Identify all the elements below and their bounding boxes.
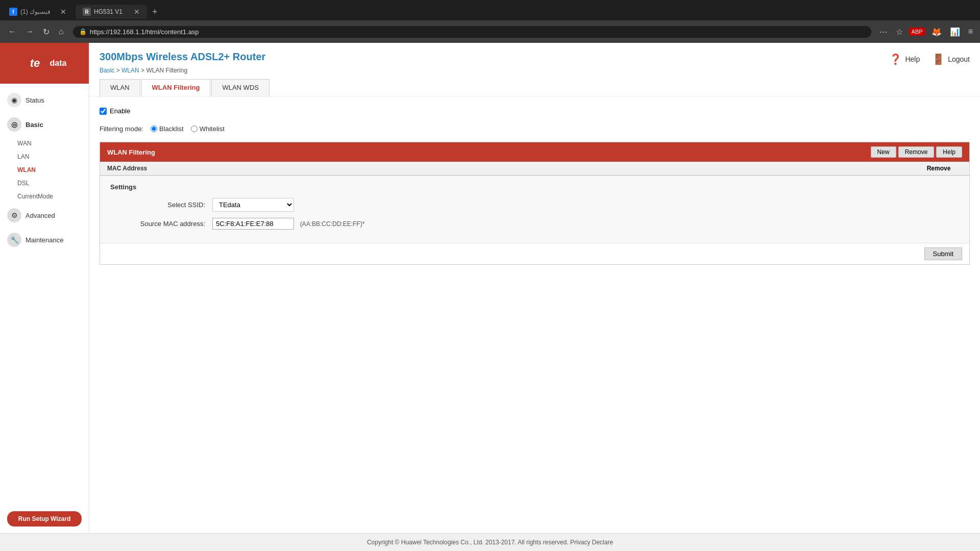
blacklist-label[interactable]: Blacklist (151, 125, 184, 133)
tab-wlan-wds[interactable]: WLAN WDS (211, 79, 270, 96)
data-text: data (50, 59, 67, 68)
new-tab-button[interactable]: + (147, 7, 163, 17)
run-setup-wizard-button[interactable]: Run Setup Wizard (7, 511, 82, 527)
sidebar-item-advanced-label: Advanced (26, 212, 55, 219)
breadcrumb-sep1: > (116, 67, 121, 74)
bookmark-icon[interactable]: ☆ (894, 26, 905, 38)
sidebar-logo: te data (0, 43, 89, 84)
enable-checkbox[interactable] (100, 108, 107, 115)
toolbar-icons: ⋯ ☆ ABP 🦊 📊 ≡ (877, 26, 975, 38)
lock-icon: 🔒 (79, 28, 87, 35)
router-title: 300Mbps Wireless ADSL2+ Router (100, 51, 265, 63)
tab-wlan-filtering[interactable]: WLAN Filtering (141, 79, 211, 96)
reload-button[interactable]: ↻ (40, 25, 53, 39)
table-header: WLAN Filtering New Remove Help (100, 142, 969, 162)
lan-label: LAN (17, 153, 29, 160)
tabs-bar: WLAN WLAN Filtering WLAN WDS (100, 79, 970, 96)
help-icon: ❓ (889, 53, 902, 65)
ssid-select[interactable]: TEdata (212, 198, 294, 212)
submit-button[interactable]: Submit (924, 247, 962, 260)
browser-chrome: f (1) فيسبوك ✕ R HG531 V1 ✕ + ← → ↻ ⌂ 🔒 … (0, 0, 980, 43)
whitelist-text: Whitelist (200, 125, 225, 133)
tab-facebook-close[interactable]: ✕ (56, 8, 66, 16)
maintenance-icon: 🔧 (7, 233, 21, 247)
footer-text: Copyright © Huawei Technologies Co., Ltd… (367, 539, 613, 546)
sidebar-subitem-wlan[interactable]: WLAN (0, 163, 89, 177)
breadcrumb-wlan-filtering: WLAN Filtering (146, 67, 187, 74)
tab-facebook-label: (1) فيسبوك (20, 8, 51, 15)
forward-button[interactable]: → (22, 25, 37, 38)
wan-label: WAN (17, 140, 32, 147)
home-button[interactable]: ⌂ (56, 25, 67, 38)
breadcrumb: Basic > WLAN > WLAN Filtering (100, 67, 970, 74)
sidebar-subitem-lan[interactable]: LAN (0, 150, 89, 163)
dsl-label: DSL (17, 180, 29, 187)
mac-input-wrap: (AA:BB:CC:DD:EE:FF)* (212, 218, 364, 230)
breadcrumb-basic[interactable]: Basic (100, 67, 114, 74)
col-remove-header: Remove (908, 162, 969, 175)
sidebar-item-basic[interactable]: ◎ Basic (0, 112, 89, 137)
mac-hint: (AA:BB:CC:DD:EE:FF)* (300, 220, 365, 228)
firefox-icon[interactable]: 🦊 (929, 26, 944, 38)
table-col-headers: MAC Address Remove (100, 162, 969, 176)
tab-router[interactable]: R HG531 V1 ✕ (76, 5, 147, 19)
address-bar[interactable] (90, 28, 865, 36)
blacklist-text: Blacklist (159, 125, 184, 133)
tab-facebook[interactable]: f (1) فيسبوك ✕ (2, 5, 74, 19)
main-layout: te data ◉ Status ◎ Basic WAN LAN (0, 43, 980, 551)
blacklist-radio[interactable] (151, 126, 157, 132)
sidebar-item-maintenance[interactable]: 🔧 Maintenance (0, 228, 89, 252)
filter-mode-row: Filtering mode: Blacklist Whitelist (100, 125, 970, 133)
advanced-icon: ⚙ (7, 208, 21, 222)
table-title: WLAN Filtering (107, 148, 155, 156)
breadcrumb-wlan[interactable]: WLAN (121, 67, 139, 74)
submit-row: Submit (100, 243, 969, 264)
breadcrumb-sep2: > (141, 67, 146, 74)
enable-row: Enable (100, 107, 970, 115)
help-button[interactable]: ❓ Help (889, 53, 920, 65)
content-body: Enable Filtering mode: Blacklist Whiteli… (89, 97, 980, 551)
sidebar-subitem-dsl[interactable]: DSL (0, 177, 89, 190)
stats-icon[interactable]: 📊 (948, 26, 962, 38)
sidebar-item-advanced[interactable]: ⚙ Advanced (0, 203, 89, 228)
logout-button[interactable]: 🚪 Logout (932, 53, 970, 65)
sidebar-item-status[interactable]: ◉ Status (0, 88, 89, 112)
abp-icon[interactable]: ABP (909, 28, 925, 36)
menu-icon[interactable]: ≡ (966, 26, 975, 37)
enable-label[interactable]: Enable (110, 107, 130, 115)
logo-te: te data (22, 51, 67, 76)
back-button[interactable]: ← (5, 25, 19, 38)
filtering-mode-label: Filtering mode: (100, 125, 143, 133)
settings-section: Settings Select SSID: TEdata Source MAC … (100, 176, 969, 243)
content-header: 300Mbps Wireless ADSL2+ Router ❓ Help 🚪 … (89, 43, 980, 97)
browser-toolbar: ← → ↻ ⌂ 🔒 ⋯ ☆ ABP 🦊 📊 ≡ (0, 20, 980, 43)
tab-router-close[interactable]: ✕ (130, 8, 140, 16)
tab-router-label: HG531 V1 (94, 8, 122, 15)
new-button[interactable]: New (871, 146, 896, 158)
currentmode-label: CurrentMode (17, 193, 53, 200)
mac-input[interactable] (212, 218, 294, 230)
sidebar: te data ◉ Status ◎ Basic WAN LAN (0, 43, 89, 551)
help-table-button[interactable]: Help (936, 146, 962, 158)
browser-tabs: f (1) فيسبوك ✕ R HG531 V1 ✕ + (0, 0, 980, 20)
sidebar-subitem-currentmode[interactable]: CurrentMode (0, 190, 89, 203)
remove-button[interactable]: Remove (898, 146, 935, 158)
sidebar-item-basic-label: Basic (26, 121, 43, 129)
more-icon[interactable]: ⋯ (877, 26, 890, 38)
sidebar-menu: ◉ Status ◎ Basic WAN LAN WLAN DSL Curr (0, 84, 89, 506)
mac-label: Source MAC address: (110, 220, 212, 228)
wlan-filtering-table: WLAN Filtering New Remove Help MAC Addre… (100, 142, 970, 265)
sidebar-item-maintenance-label: Maintenance (26, 236, 63, 244)
whitelist-radio[interactable] (191, 126, 198, 132)
whitelist-label[interactable]: Whitelist (191, 125, 225, 133)
footer: Copyright © Huawei Technologies Co., Ltd… (0, 533, 980, 551)
router-favicon: R (83, 8, 91, 16)
sidebar-subitem-wan[interactable]: WAN (0, 137, 89, 150)
ssid-select-wrap: TEdata (212, 198, 294, 212)
basic-icon: ◎ (7, 117, 21, 132)
logout-icon: 🚪 (932, 53, 945, 65)
ssid-label: Select SSID: (110, 201, 212, 209)
tab-wlan[interactable]: WLAN (100, 79, 140, 96)
sidebar-item-status-label: Status (26, 96, 44, 104)
ssid-row: Select SSID: TEdata (110, 198, 959, 212)
